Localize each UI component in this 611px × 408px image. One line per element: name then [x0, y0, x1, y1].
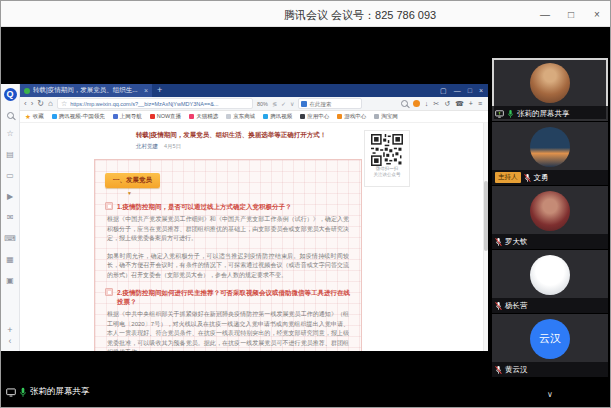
bookmark-item[interactable]: 淘宝网 — [374, 113, 398, 120]
participant-tile[interactable]: 罗大钦 — [492, 186, 608, 250]
minimize-button[interactable]: — — [538, 9, 552, 20]
messages-icon[interactable]: ✉ — [4, 211, 17, 224]
bookmark-item[interactable]: 腾讯视频-中国领先 — [52, 113, 105, 120]
avatar — [530, 127, 570, 167]
scroll-more-chevron-icon[interactable]: ∨ — [492, 390, 608, 399]
sidebar-add-icon[interactable]: + — [7, 325, 12, 336]
back-icon[interactable]: ‹ — [24, 97, 27, 110]
chevron-down-icon[interactable]: ∨ — [290, 100, 294, 107]
home-icon[interactable]: ⌂ — [48, 97, 53, 110]
meeting-stage: Q ☆ ▤ ▭ ▶ ✉ ⌨ ▦ ▣ + ‹ 转载|疫情期间 — [1, 27, 610, 407]
bookmark-item[interactable]: 腾讯视频 — [263, 113, 292, 120]
browser-main: 转载|疫情期间，发展党员、组织生... × + ▢ — □ × ‹ › ↻ — [20, 84, 488, 351]
video-icon[interactable]: ▶ — [4, 190, 17, 203]
qq-browser-logo-icon[interactable]: Q — [4, 88, 17, 101]
download-icon[interactable]: ↓ — [425, 100, 429, 107]
bookmark-item[interactable]: NOW直播 — [150, 113, 181, 120]
bookmark-item[interactable]: 京东商城 — [226, 113, 255, 120]
translate-icon[interactable]: ✓ — [281, 100, 286, 107]
browser-maximize-button[interactable]: □ — [468, 87, 472, 94]
participant-video: 云汉 — [492, 314, 608, 363]
cart-icon[interactable]: ▣ — [4, 274, 17, 287]
browser-tab[interactable]: 转载|疫情期间，发展党员、组织生... × — [20, 84, 152, 97]
article-title: 转载|疫情期间，发展党员、组织生活、换届选举等正确打开方式！ — [136, 131, 366, 140]
browser-toolbar: ‹ › ↻ ⌂ ☆ https://mp.weixin.qq.com/s?__b… — [20, 97, 488, 111]
participant-video — [492, 58, 608, 107]
browser-shield-icon[interactable]: ▢ — [440, 87, 447, 95]
undo-icon[interactable]: ↺ — [444, 100, 450, 108]
apps-icon[interactable]: ▦ — [4, 253, 17, 266]
toolbar-search-icon[interactable] — [401, 100, 408, 107]
reader-mode-icon[interactable]: ≶ — [272, 100, 277, 107]
phone-icon[interactable]: ☎ — [455, 100, 464, 108]
refresh-icon[interactable]: ↻ — [37, 97, 44, 110]
screenshot-icon[interactable]: ✂ — [433, 100, 439, 108]
bookmark-item[interactable]: 上网导航 — [113, 113, 142, 120]
feed-icon[interactable]: ▭ — [4, 169, 17, 182]
search-input[interactable] — [309, 101, 359, 107]
bookmark-item[interactable]: 应用中心 — [300, 113, 329, 120]
qr-code-image — [371, 134, 403, 166]
participant-tile[interactable]: 云汉 黄云汉 — [492, 314, 608, 378]
avatar — [530, 63, 570, 103]
screen-share-icon — [495, 110, 504, 118]
page-scrollbar[interactable] — [483, 123, 488, 351]
menu-icon[interactable]: ≡ — [478, 100, 482, 107]
sidebar-collapse-icon[interactable]: ‹ — [8, 336, 11, 347]
participant-name: 张莉的屏幕共享 — [517, 109, 570, 119]
url-text: https://mp.weixin.qq.com/s?__biz=MzAxNjY… — [70, 101, 218, 107]
scrollbar-thumb[interactable] — [484, 181, 488, 251]
question-1: 1.疫情防控期间，是否可以通过线上方式确定入党积极分子？ — [117, 202, 291, 211]
avatar — [530, 191, 570, 231]
qq-helper-icon[interactable] — [413, 100, 420, 107]
quick-search-box[interactable] — [298, 98, 362, 109]
bookmarks-bar: ★收藏 腾讯视频-中国领先 上网导航 NOW直播 天猫精选 京东商城 腾讯视频 … — [20, 111, 488, 123]
participant-tile[interactable]: 张莉的屏幕共享 — [492, 58, 608, 122]
close-button[interactable]: × — [590, 9, 604, 20]
qr-code-card: 微信扫一扫 关注该公众号 — [364, 130, 410, 187]
maximize-button[interactable]: □ — [564, 9, 578, 20]
participant-name: 黄云汉 — [505, 365, 528, 375]
bookmark-item[interactable]: ★收藏 — [25, 113, 44, 121]
page-zoom-level[interactable]: 80% — [257, 101, 268, 107]
paragraph-1: 根据《中国共产党发展党员工作细则》和《中国共产党支部工作条例（试行）》，确定入党… — [107, 215, 349, 244]
browser-sidebar: Q ☆ ▤ ▭ ▶ ✉ ⌨ ▦ ▣ + ‹ — [1, 84, 20, 351]
favorites-icon[interactable]: ☆ — [4, 127, 17, 140]
question-icon — [105, 288, 113, 296]
participant-tile[interactable]: 主持人 文勇 — [492, 122, 608, 186]
question-row: 1.疫情防控期间，是否可以通过线上方式确定入党积极分子？ — [105, 202, 351, 211]
forward-icon[interactable]: › — [31, 97, 34, 110]
bookmark-favicon — [300, 114, 305, 119]
participant-name: 罗大钦 — [505, 237, 528, 247]
participant-tile[interactable]: 杨长营 — [492, 250, 608, 314]
mic-on-icon — [507, 109, 514, 119]
address-bar[interactable]: ☆ https://mp.weixin.qq.com/s?__biz=MzAxN… — [57, 98, 253, 109]
article-author-link[interactable]: 北村党建 — [136, 143, 158, 149]
search-icon[interactable] — [7, 112, 14, 119]
participant-video — [492, 250, 608, 299]
section-badge: 一、发展党员 — [105, 173, 160, 188]
avatar — [530, 255, 570, 295]
bookmark-favicon — [263, 114, 268, 119]
bookmark-item[interactable]: 游戏中心 — [337, 113, 366, 120]
question-icon — [105, 202, 113, 210]
new-tab-button[interactable]: + — [152, 84, 167, 97]
host-badge: 主持人 — [495, 172, 521, 183]
meeting-title: 腾讯会议 会议号：825 786 093 — [284, 8, 436, 23]
bookmark-star-icon[interactable]: ☆ — [61, 100, 67, 108]
search-engine-icon[interactable] — [301, 101, 307, 107]
tab-close-icon[interactable]: × — [144, 87, 148, 94]
browser-close-button[interactable]: × — [479, 87, 483, 94]
reading-icon[interactable]: ▤ — [4, 148, 17, 161]
screen-share-icon — [6, 388, 16, 397]
star-icon: ★ — [25, 113, 31, 121]
keyboard-icon[interactable]: ⌨ — [4, 232, 17, 245]
browser-minimize-button[interactable]: — — [454, 87, 461, 94]
mic-on-icon — [19, 387, 27, 398]
bookmark-favicon — [374, 114, 379, 119]
bookmark-favicon — [189, 114, 194, 119]
add-icon[interactable]: + — [469, 100, 473, 107]
mic-muted-icon — [495, 237, 502, 247]
bookmark-item[interactable]: 天猫精选 — [189, 113, 218, 120]
page-content: 转载|疫情期间，发展党员、组织生活、换届选举等正确打开方式！ 北村党建4月5日 — [20, 123, 488, 351]
